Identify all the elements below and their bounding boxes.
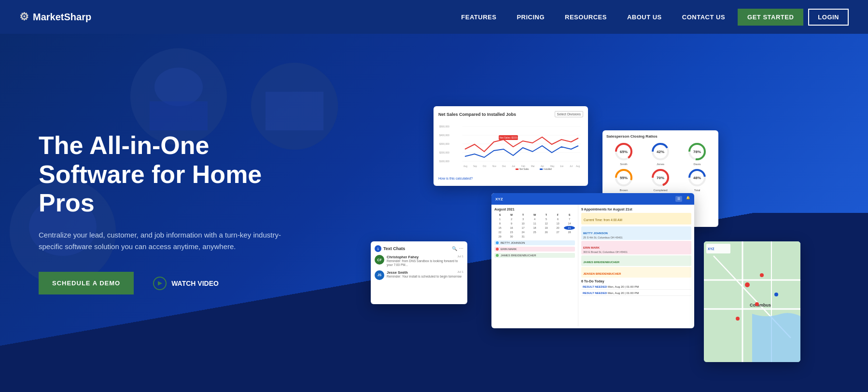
net-sales-select[interactable]: Select Divisions xyxy=(555,111,583,117)
apt-2: ERIN MARK xyxy=(494,247,575,252)
net-sales-footer-link[interactable]: How is this calculated? xyxy=(438,177,583,180)
nav-pricing[interactable]: PRICING xyxy=(509,10,552,25)
cal-2[interactable]: 2 xyxy=(506,217,517,221)
cal-5[interactable]: 5 xyxy=(541,217,552,221)
svg-text:$400,000: $400,000 xyxy=(439,134,449,137)
cal-1[interactable]: 1 xyxy=(494,217,505,221)
crm-header: XYZ ☰ 🔔 xyxy=(491,193,694,205)
crm-card: XYZ ☰ 🔔 August 2021 S M T W T F xyxy=(491,193,694,328)
net-sales-title: Net Sales Compared to Installed Jobs xyxy=(438,112,516,117)
svg-text:78%: 78% xyxy=(693,150,701,154)
cal-11[interactable]: 11 xyxy=(529,222,540,225)
crm-nav-icon[interactable]: ☰ xyxy=(675,196,682,202)
svg-text:Oct: Oct xyxy=(483,165,487,168)
cal-7[interactable]: 7 xyxy=(564,217,575,221)
svg-text:Net Sales: $215,084: Net Sales: $215,084 xyxy=(500,136,522,139)
cal-3[interactable]: 3 xyxy=(518,217,529,221)
nav-resources[interactable]: RESOURCES xyxy=(557,10,615,25)
cal-13[interactable]: 13 xyxy=(552,222,563,225)
cal-21-today[interactable]: 21 xyxy=(564,226,575,230)
get-started-button[interactable]: GET STARTED xyxy=(738,9,803,26)
crm-calendar-header: August 2021 xyxy=(494,208,575,211)
cal-18[interactable]: 18 xyxy=(529,226,540,230)
net-sales-chart: $500,000 $400,000 $300,000 $200,000 $100… xyxy=(438,120,583,173)
cal-25[interactable]: 25 xyxy=(529,230,540,234)
cal-24[interactable]: 24 xyxy=(518,230,529,234)
cal-23[interactable]: 23 xyxy=(506,230,517,234)
chat-name-2: Jesse Smith xyxy=(387,270,408,275)
cal-12[interactable]: 12 xyxy=(541,222,552,225)
svg-text:$100,000: $100,000 xyxy=(439,160,449,163)
nav-features[interactable]: FEATURES xyxy=(453,10,504,25)
chat-search-icon[interactable]: 🔍 xyxy=(452,246,457,251)
cal-29[interactable]: 29 xyxy=(494,235,505,238)
crm-body: August 2021 S M T W T F S 1 2 3 4 xyxy=(491,205,694,326)
nav-contact[interactable]: CONTACT US xyxy=(674,10,733,25)
cal-27[interactable]: 27 xyxy=(552,230,563,234)
svg-text:42%: 42% xyxy=(657,150,664,154)
crm-todos-title: 6 To-Do Today xyxy=(581,280,691,283)
cal-10[interactable]: 10 xyxy=(518,222,529,225)
crm-red-bar: Current Time: from 4:00 AM xyxy=(581,213,691,224)
svg-point-62 xyxy=(755,302,759,306)
svg-point-65 xyxy=(760,273,764,277)
cal-19[interactable]: 19 xyxy=(541,226,552,230)
cal-header-t: T xyxy=(518,213,529,217)
crm-apt-row-2-detail: 303 E Broad St, Columbus OH 45401 xyxy=(583,251,689,253)
cal-28[interactable]: 28 xyxy=(564,230,575,234)
chat-more-icon[interactable]: ⋯ xyxy=(459,246,463,251)
login-button[interactable]: LOGIN xyxy=(808,9,849,26)
cal-16[interactable]: 16 xyxy=(506,226,517,230)
cal-8[interactable]: 8 xyxy=(494,222,505,225)
cal-31[interactable]: 31 xyxy=(518,235,529,238)
chat-message-2: JS Jesse Smith Jul 1 Reminder: Your inst… xyxy=(375,270,463,280)
crm-result-2-label: RESULT NEEDED xyxy=(583,292,607,294)
svg-text:Aug: Aug xyxy=(576,165,580,168)
crm-apt-row-2: ERIN MARK 303 E Broad St, Columbus OH 45… xyxy=(581,241,691,254)
crm-bell-icon[interactable]: 🔔 xyxy=(686,196,690,202)
screenshots-area: Net Sales Compared to Installed Jobs Sel… xyxy=(385,34,868,392)
cal-22[interactable]: 22 xyxy=(494,230,505,234)
crm-apt-row-3: JAMES BREIDENBUCHER xyxy=(581,255,691,266)
crm-left-panel: August 2021 S M T W T F S 1 2 3 4 xyxy=(491,205,578,326)
gauge-6-label: Total xyxy=(694,189,700,192)
crm-apt-row-1: BETTY JOHNSON 25 S 4th St, Columbus OH 4… xyxy=(581,226,691,240)
cal-4[interactable]: 4 xyxy=(529,217,540,221)
crm-result-1-label: RESULT NEEDED xyxy=(583,285,607,288)
cal-20[interactable]: 20 xyxy=(552,226,563,230)
gauge-3: 78% Davis xyxy=(680,141,714,166)
cal-30[interactable]: 30 xyxy=(506,235,517,238)
watch-video-button[interactable]: ▶ WATCH VIDEO xyxy=(153,277,219,290)
apt-3-text: JAMES BREIDENBUCHER xyxy=(501,254,536,257)
svg-text:Feb: Feb xyxy=(521,165,525,168)
gauge-6: 48% Total xyxy=(680,168,714,192)
cal-9[interactable]: 9 xyxy=(506,222,517,225)
cal-26[interactable]: 26 xyxy=(541,230,552,234)
svg-text:XYZ: XYZ xyxy=(708,247,714,251)
chat-header: 1 Text Chats 🔍 ⋯ xyxy=(375,245,463,252)
crm-cal-days-header: S M T W T F S 1 2 3 4 5 6 7 xyxy=(494,213,575,238)
chat-title: Text Chats xyxy=(383,246,405,251)
cal-15[interactable]: 15 xyxy=(494,226,505,230)
svg-text:May: May xyxy=(550,165,555,168)
schedule-demo-button[interactable]: SCHEDULE A DEMO xyxy=(39,272,134,294)
cal-14[interactable]: 14 xyxy=(564,222,575,225)
nav-links: FEATURES PRICING RESOURCES ABOUT US CONT… xyxy=(453,9,849,26)
apt-1-dot xyxy=(496,241,499,244)
crm-apt-row-1-name: BETTY JOHNSON xyxy=(583,232,608,235)
text-chats-card: 1 Text Chats 🔍 ⋯ CF Christopher Fahey Ju… xyxy=(371,241,467,304)
svg-point-64 xyxy=(736,317,740,321)
circle-photo-1 xyxy=(130,48,227,145)
svg-text:48%: 48% xyxy=(693,176,701,180)
cal-header-sa: S xyxy=(564,213,575,217)
cal-17[interactable]: 17 xyxy=(518,226,529,230)
cal-6[interactable]: 6 xyxy=(552,217,563,221)
svg-text:$200,000: $200,000 xyxy=(439,151,449,154)
crm-result-2-text: Mon, Aug 20 | 01:00 PM xyxy=(608,292,639,294)
chat-info-2: Jesse Smith Jul 1 Reminder: Your install… xyxy=(387,270,463,279)
logo[interactable]: ⚙ MarketSharp xyxy=(19,11,91,23)
nav-about[interactable]: ABOUT US xyxy=(619,10,670,25)
apt-1: BETTY JOHNSON xyxy=(494,240,575,245)
cal-header-f: F xyxy=(552,213,563,217)
closing-title: Salesperson Closing Ratios xyxy=(606,134,714,139)
